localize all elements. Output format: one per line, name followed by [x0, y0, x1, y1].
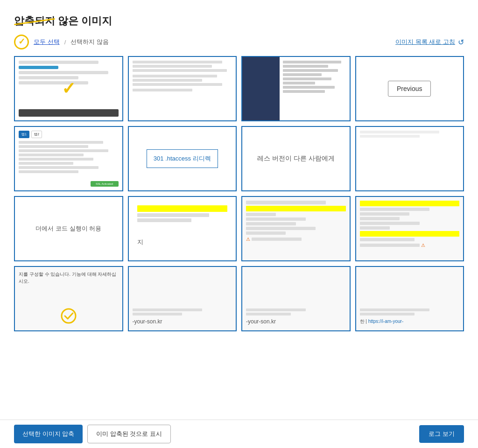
- refresh-link[interactable]: 이미지 목록 새로 고침: [395, 38, 455, 46]
- svg-point-0: [62, 309, 76, 323]
- image-card-5[interactable]: 탭1 탭2 SSL Activated: [14, 126, 123, 191]
- image-card-15[interactable]: -your-son.kr: [241, 266, 351, 331]
- image-card-1[interactable]: ✓: [14, 56, 123, 121]
- page-title: 압축되지 않은 이미지: [14, 14, 464, 28]
- mark-compressed-button[interactable]: 이미 압축된 것으로 표시: [87, 425, 171, 443]
- toolbar-right: 이미지 목록 새로 고침 ↺: [395, 38, 464, 47]
- card10-text: 지: [137, 238, 143, 246]
- htaccess-label: 301 .htaccess 리디렉: [147, 149, 218, 168]
- bottom-left-buttons: 선택한 이미지 압축 이미 압축된 것으로 표시: [14, 425, 171, 443]
- bottom-bar: 선택한 이미지 압축 이미 압축된 것으로 표시 로그 보기: [0, 420, 478, 448]
- card7-text: 레스 버전이 다른 사람에게: [257, 154, 335, 163]
- checkmark-large: [60, 308, 77, 328]
- image-card-12[interactable]: ⚠: [355, 196, 464, 261]
- image-card-10[interactable]: 지: [128, 196, 237, 261]
- image-grid: ✓: [14, 56, 464, 331]
- tab-preview-2: 탭2: [31, 131, 42, 138]
- title-strikethrough: 압축되지: [14, 14, 55, 28]
- tab-preview-1: 탭1: [19, 131, 29, 138]
- card15-url: -your-son.kr: [246, 318, 346, 325]
- ssl-badge: SSL Activated: [91, 181, 119, 187]
- card13-text: 지를 구성할 수 있습니다. 기능에 대해 자세하십시오.: [19, 271, 119, 285]
- card16-text: 한 | https://i-am-your-: [360, 318, 460, 325]
- image-card-13[interactable]: 지를 구성할 수 있습니다. 기능에 대해 자세하십시오.: [14, 266, 123, 331]
- image-card-14[interactable]: -your-son.kr: [128, 266, 237, 331]
- image-card-7[interactable]: 레스 버전이 다른 사람에게: [241, 126, 351, 191]
- toolbar: 모두 선택 / 선택하지 않음 이미지 목록 새로 고침 ↺: [14, 35, 464, 49]
- image-card-8[interactable]: [355, 126, 464, 191]
- image-card-16[interactable]: 한 | https://i-am-your-: [355, 266, 464, 331]
- refresh-icon[interactable]: ↺: [458, 38, 464, 47]
- card9-text: 더에서 코드 실행이 허용: [35, 224, 101, 233]
- toolbar-left: 모두 선택 / 선택하지 않음: [14, 35, 109, 49]
- select-all-link[interactable]: 모두 선택: [34, 38, 60, 46]
- select-none-link[interactable]: 선택하지 않음: [70, 38, 109, 46]
- compress-selected-button[interactable]: 선택한 이미지 압축: [14, 425, 83, 443]
- log-view-button[interactable]: 로그 보기: [419, 425, 464, 443]
- page-wrapper: 압축되지 않은 이미지 모두 선택 / 선택하지 않음 이미지 목록 새로 고침…: [0, 0, 478, 448]
- image-card-2[interactable]: [128, 56, 237, 121]
- image-card-4[interactable]: Previous: [355, 56, 464, 121]
- image-card-9[interactable]: 더에서 코드 실행이 허용: [14, 196, 123, 261]
- card14-url: -your-son.kr: [133, 318, 232, 325]
- card16-link: https://i-am-your-: [368, 319, 404, 324]
- select-all-icon: [14, 35, 29, 49]
- image-card-11[interactable]: ⚠: [241, 196, 351, 261]
- toolbar-separator: /: [64, 39, 66, 46]
- image-card-3[interactable]: [241, 56, 351, 121]
- title-rest: 않은 이미지: [58, 15, 112, 27]
- previous-button-preview: Previous: [388, 81, 431, 97]
- image-card-6[interactable]: 301 .htaccess 리디렉: [128, 126, 237, 191]
